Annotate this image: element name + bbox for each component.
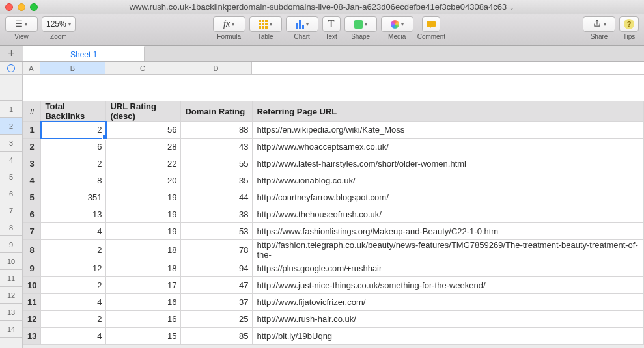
spreadsheet-table[interactable]: # Total Backlinks URL Rating (desc) Doma… — [23, 75, 644, 345]
cell[interactable]: 5 — [23, 189, 41, 206]
row-header[interactable]: 14 — [0, 321, 22, 338]
cell[interactable]: 11 — [23, 294, 41, 311]
cell[interactable]: 85 — [181, 328, 253, 345]
cell[interactable]: 47 — [181, 277, 253, 294]
row-header[interactable]: 8 — [0, 219, 22, 236]
cell[interactable]: 16 — [106, 311, 181, 328]
formula-button[interactable]: fx▾ — [213, 16, 245, 32]
table-button[interactable]: ▾ — [249, 16, 282, 32]
cell[interactable]: http://www.just-nice-things.co.uk/someth… — [253, 277, 644, 294]
cell[interactable]: 3 — [23, 155, 41, 172]
cell[interactable]: https://www.fashionlistings.org/Makeup-a… — [253, 223, 644, 240]
cell[interactable]: 7 — [23, 223, 41, 240]
column-header[interactable]: B — [40, 62, 105, 74]
cell[interactable]: http://bit.ly/19bUqng — [253, 328, 644, 345]
cell[interactable]: 78 — [181, 240, 253, 260]
add-sheet-button[interactable]: + — [0, 46, 23, 61]
cell[interactable]: 4 — [41, 223, 106, 240]
header-cell[interactable]: Referring Page URL — [253, 101, 644, 122]
minimize-window-button[interactable] — [18, 3, 25, 11]
cell[interactable]: 6 — [23, 206, 41, 223]
cell[interactable]: 18 — [106, 260, 181, 277]
cell[interactable]: 9 — [23, 260, 41, 277]
header-cell[interactable]: Total Backlinks — [41, 101, 106, 122]
cell[interactable]: 2 — [41, 311, 106, 328]
cell[interactable]: http://www.fijatovicfrizer.com/ — [253, 294, 644, 311]
cell[interactable]: 15 — [106, 328, 181, 345]
cell[interactable]: 12 — [23, 311, 41, 328]
row-header[interactable]: 10 — [0, 253, 22, 270]
row-header[interactable]: 11 — [0, 270, 22, 287]
cell[interactable]: 53 — [181, 223, 253, 240]
header-cell[interactable]: Domain Rating — [181, 101, 253, 122]
cell[interactable]: 88 — [181, 122, 253, 139]
cell[interactable]: 2 — [41, 240, 106, 260]
cell[interactable]: 13 — [23, 328, 41, 345]
cell[interactable]: 351 — [41, 189, 106, 206]
view-button[interactable]: ☰▾ — [5, 16, 38, 32]
cell[interactable]: 8 — [23, 240, 41, 260]
sheet-tab[interactable]: Sheet 1 — [23, 46, 145, 61]
cell[interactable]: http://www.thehouseofrush.co.uk/ — [253, 206, 644, 223]
share-button[interactable]: ▾ — [583, 16, 615, 32]
row-header[interactable]: 1 — [0, 101, 22, 118]
cell[interactable]: 44 — [181, 189, 253, 206]
row-header[interactable]: 7 — [0, 202, 22, 219]
comment-button[interactable] — [422, 16, 440, 32]
tips-button[interactable]: ? — [619, 16, 639, 32]
cell[interactable]: 20 — [106, 172, 181, 189]
header-cell[interactable]: URL Rating (desc) — [106, 101, 181, 122]
cell[interactable]: http://www.whoacceptsamex.co.uk/ — [253, 139, 644, 155]
cell[interactable]: https://en.wikipedia.org/wiki/Kate_Moss — [253, 122, 644, 139]
row-header[interactable]: 4 — [0, 152, 22, 168]
zoom-button[interactable]: 125%▾ — [42, 16, 76, 32]
cell[interactable]: http://www.rush-hair.co.uk/ — [253, 311, 644, 328]
cell[interactable]: 12 — [41, 260, 106, 277]
cell[interactable]: http://courtneyfarrow.blogspot.com/ — [253, 189, 644, 206]
select-all-button[interactable] — [0, 62, 23, 74]
cell[interactable]: 22 — [106, 155, 181, 172]
cell[interactable]: 28 — [106, 139, 181, 155]
cell[interactable]: 13 — [41, 206, 106, 223]
cell[interactable]: https://plus.google.com/+rushhair — [253, 260, 644, 277]
cell[interactable]: 2 — [41, 155, 106, 172]
cell[interactable]: 2 — [41, 122, 106, 139]
cell[interactable]: 18 — [106, 240, 181, 260]
cell[interactable]: 1 — [23, 122, 41, 139]
cell[interactable]: 19 — [106, 189, 181, 206]
cell[interactable]: 4 — [23, 172, 41, 189]
cell[interactable]: http://www.ionablog.co.uk/ — [253, 172, 644, 189]
cell[interactable]: 8 — [41, 172, 106, 189]
shape-button[interactable]: ▾ — [344, 16, 377, 32]
header-cell[interactable]: # — [23, 101, 41, 122]
row-header[interactable]: 12 — [0, 287, 22, 304]
media-button[interactable]: ▾ — [381, 16, 413, 32]
cell[interactable]: 4 — [41, 328, 106, 345]
cell[interactable]: 17 — [106, 277, 181, 294]
cell[interactable]: 6 — [41, 139, 106, 155]
cell[interactable]: 55 — [181, 155, 253, 172]
cell[interactable]: 2 — [23, 139, 41, 155]
row-header[interactable]: 3 — [0, 135, 22, 152]
cell[interactable]: 38 — [181, 206, 253, 223]
zoom-window-button[interactable] — [30, 3, 38, 11]
row-header[interactable]: 2 — [0, 118, 22, 135]
cell[interactable]: 37 — [181, 294, 253, 311]
cell[interactable]: 56 — [106, 122, 181, 139]
row-header[interactable]: 5 — [0, 168, 22, 185]
cell[interactable]: 43 — [181, 139, 253, 155]
column-header[interactable]: A — [23, 62, 40, 74]
cell[interactable]: 19 — [106, 223, 181, 240]
cell[interactable]: 10 — [23, 277, 41, 294]
text-button[interactable]: T — [322, 16, 341, 32]
chart-button[interactable]: ▾ — [286, 16, 318, 32]
cell[interactable]: 25 — [181, 311, 253, 328]
close-window-button[interactable] — [5, 3, 13, 11]
cell[interactable]: 16 — [106, 294, 181, 311]
cell[interactable]: 4 — [41, 294, 106, 311]
cell[interactable]: 19 — [106, 206, 181, 223]
cell[interactable]: 2 — [41, 277, 106, 294]
cell[interactable]: 35 — [181, 172, 253, 189]
cell[interactable]: http://fashion.telegraph.co.uk/beauty/ne… — [253, 240, 644, 260]
cell[interactable]: http://www.latest-hairstyles.com/short/o… — [253, 155, 644, 172]
